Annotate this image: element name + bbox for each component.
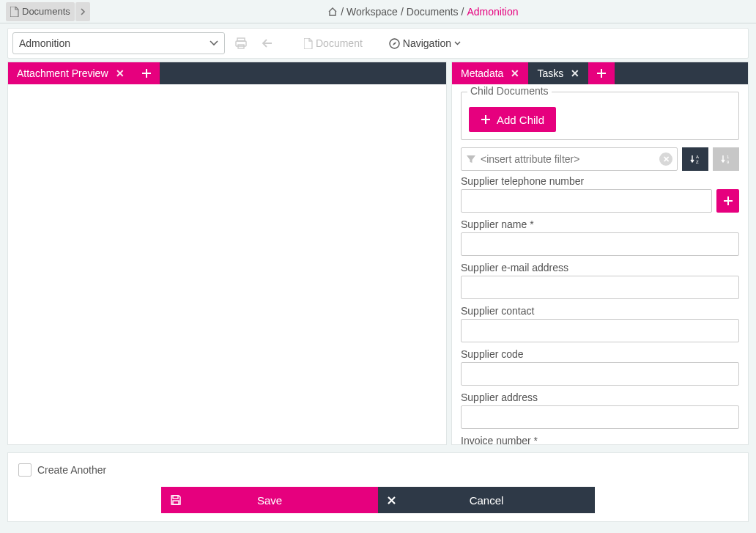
- right-tabstrip: Metadata ✕ Tasks ✕: [452, 62, 748, 84]
- add-child-button[interactable]: Add Child: [469, 107, 556, 132]
- close-icon[interactable]: ✕: [116, 67, 125, 79]
- form-row: Supplier name *: [461, 218, 739, 256]
- form-row: Supplier e-mail address: [461, 262, 739, 299]
- svg-text:A: A: [696, 155, 699, 159]
- breadcrumb-root-label: Documents: [22, 6, 70, 17]
- save-button[interactable]: Save: [161, 487, 378, 513]
- breadcrumb-bar: Documents / Workspace / Documents / Admo…: [0, 0, 756, 23]
- breadcrumb-path: / Workspace / Documents / Admonition: [90, 6, 756, 18]
- print-icon: [234, 37, 248, 50]
- metadata-panel: Metadata ✕ Tasks ✕ Child Documents Add C…: [451, 62, 749, 445]
- clear-filter-button[interactable]: ✕: [659, 152, 672, 166]
- back-button[interactable]: [257, 33, 278, 54]
- field-input[interactable]: [461, 405, 739, 429]
- form-row: Supplier code: [461, 348, 739, 386]
- print-button[interactable]: [231, 33, 251, 54]
- chevron-down-icon: [210, 40, 218, 46]
- create-another-checkbox[interactable]: [18, 463, 32, 477]
- attribute-filter-input-wrap: ✕: [461, 147, 678, 171]
- field-label: Supplier e-mail address: [461, 262, 739, 273]
- breadcrumb-root[interactable]: Documents: [6, 2, 75, 21]
- metadata-body: Child Documents Add Child ✕: [452, 84, 748, 444]
- field-input[interactable]: [461, 232, 739, 256]
- type-dropdown-value: Admonition: [19, 37, 70, 49]
- arrow-left-icon: [262, 38, 273, 48]
- save-icon: [170, 494, 182, 506]
- field-input[interactable]: [461, 276, 739, 299]
- attachment-preview-panel: Attachment Preview ✕: [7, 62, 447, 445]
- panels-container: Attachment Preview ✕ Metadata ✕ Tasks ✕: [7, 62, 749, 445]
- add-value-button[interactable]: [716, 189, 739, 213]
- create-another-row: Create Another: [18, 463, 738, 477]
- field-label: Supplier address: [461, 392, 739, 403]
- child-documents-fieldset: Child Documents Add Child: [461, 92, 739, 140]
- sort-az-button[interactable]: A Z: [682, 147, 708, 171]
- form-row: Supplier address: [461, 392, 739, 429]
- compass-icon: [389, 38, 400, 49]
- breadcrumb-current: Admonition: [467, 6, 518, 18]
- form-row: Supplier contact: [461, 305, 739, 342]
- plus-icon: [141, 68, 152, 78]
- svg-rect-8: [173, 496, 178, 499]
- field-input[interactable]: [461, 189, 712, 213]
- filter-icon: [466, 154, 476, 164]
- close-icon: [387, 496, 396, 505]
- add-tab-button-right[interactable]: [588, 62, 615, 84]
- attribute-filter-row: ✕ A Z 1 9: [461, 147, 739, 171]
- breadcrumb-expand[interactable]: [75, 2, 90, 21]
- create-another-label: Create Another: [37, 464, 106, 476]
- close-icon[interactable]: ✕: [571, 67, 579, 79]
- toolbar: Admonition Document Navigation: [7, 28, 749, 59]
- svg-text:9: 9: [727, 160, 730, 164]
- close-icon[interactable]: ✕: [511, 67, 519, 79]
- chevron-right-icon: [80, 8, 86, 15]
- tab-label: Tasks: [537, 67, 563, 79]
- svg-text:Z: Z: [696, 160, 699, 164]
- tab-tasks[interactable]: Tasks ✕: [528, 62, 588, 84]
- svg-rect-1: [236, 41, 246, 46]
- attachment-preview-body: [8, 84, 446, 444]
- left-tabstrip: Attachment Preview ✕: [8, 62, 446, 84]
- plus-icon: [481, 114, 491, 125]
- document-indicator: Document: [304, 37, 363, 49]
- tab-label: Attachment Preview: [17, 67, 108, 79]
- type-dropdown[interactable]: Admonition: [12, 32, 225, 54]
- tab-label: Metadata: [461, 67, 503, 79]
- field-label: Supplier name *: [461, 218, 739, 230]
- field-input[interactable]: [461, 319, 739, 342]
- home-icon[interactable]: [327, 7, 338, 17]
- fieldset-legend: Child Documents: [467, 85, 552, 97]
- cancel-button[interactable]: Cancel: [378, 487, 595, 513]
- breadcrumb-seg-workspace[interactable]: Workspace: [346, 6, 398, 18]
- attribute-filter-input[interactable]: [481, 153, 672, 165]
- add-tab-button-left[interactable]: [133, 62, 160, 84]
- field-input[interactable]: [461, 362, 739, 386]
- tab-metadata[interactable]: Metadata ✕: [452, 62, 528, 84]
- breadcrumb-seg-documents[interactable]: Documents: [407, 6, 459, 18]
- tab-attachment-preview[interactable]: Attachment Preview ✕: [8, 62, 133, 84]
- footer: Create Another Save Cancel: [7, 452, 749, 522]
- action-row: Save Cancel: [18, 487, 738, 513]
- field-label: Supplier code: [461, 348, 739, 360]
- field-label: Supplier contact: [461, 305, 739, 317]
- chevron-down-icon: [454, 41, 461, 45]
- form-row: Invoice number *: [461, 435, 739, 444]
- sort-az-icon: A Z: [689, 153, 701, 165]
- field-label: Supplier telephone number: [461, 175, 739, 187]
- svg-text:1: 1: [727, 155, 730, 159]
- field-label: Invoice number *: [461, 435, 739, 444]
- document-icon: [304, 38, 313, 49]
- plus-icon: [723, 196, 733, 206]
- sort-numeric-button[interactable]: 1 9: [713, 147, 739, 171]
- document-icon: [10, 7, 19, 17]
- form-row: Supplier telephone number: [461, 175, 739, 213]
- navigation-menu[interactable]: Navigation: [389, 37, 461, 49]
- sort-numeric-icon: 1 9: [720, 153, 732, 165]
- plus-icon: [596, 68, 607, 78]
